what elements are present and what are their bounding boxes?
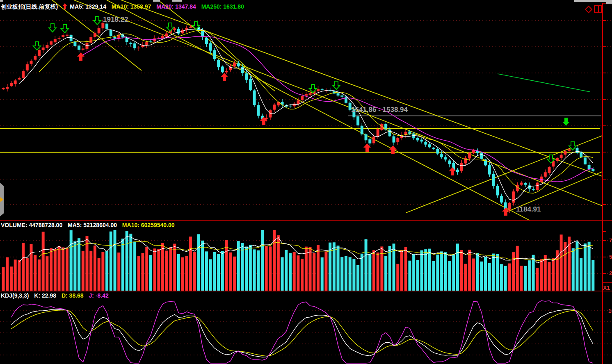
- toolbar-remnant: [0, 0, 3, 2]
- kdj-d-value: D: 38.68: [62, 292, 84, 299]
- toolbar-remnant: [172, 0, 182, 2]
- volume-value: VOLUME: 44788728.00: [1, 222, 62, 228]
- low-price-annotation: 1184.91: [516, 205, 541, 214]
- toolbar-remnant: [153, 0, 160, 2]
- volume-scale-label: X1: [603, 284, 610, 291]
- volume-axis-label-75m: 75000000: [609, 237, 612, 243]
- kdj-indicator-name: KDJ(9,3,3): [1, 292, 29, 299]
- volume-ma5-value: MA5: 52128604.00: [68, 222, 117, 228]
- volume-axis-label-25m: 25000000: [609, 270, 612, 276]
- peak-price-annotation: 1918.22: [103, 16, 128, 24]
- range-price-annotation: 1541.86 - 1538.94: [351, 106, 408, 114]
- kdj-pane-header: KDJ(9,3,3) K: 22.98 D: 38.68 J: -8.42: [1, 292, 112, 299]
- window-controls: [583, 2, 603, 14]
- toolbar-remnant: [606, 0, 612, 4]
- expand-arrow-icon: [0, 197, 3, 202]
- kdj-axis-label-100: 100: [608, 308, 612, 314]
- ma5-value: MA5: 1329.14: [70, 3, 106, 10]
- ma20-value: MA20: 1347.84: [156, 3, 196, 10]
- kdj-j-value: J: -8.42: [89, 292, 109, 299]
- volume-axis-label-50m: 50000000: [609, 254, 612, 260]
- diamond-icon[interactable]: [585, 6, 592, 13]
- main-pane-header: 创业板指(日线.前复权)MA5: 1329.14 MA10: 1358.97 M…: [1, 3, 248, 11]
- volume-ma10-value: MA10: 60259540.00: [122, 222, 175, 228]
- up-arrow-icon: [62, 3, 67, 9]
- symbol-title: 创业板指(日线.前复权): [1, 3, 58, 10]
- chart-canvas[interactable]: [0, 0, 612, 364]
- kdj-k-value: K: 22.98: [34, 292, 56, 299]
- ma250-value: MA250: 1631.80: [201, 3, 244, 10]
- chart-application: 创业板指(日线.前复权)MA5: 1329.14 MA10: 1358.97 M…: [0, 0, 612, 364]
- ma10-value: MA10: 1358.97: [112, 3, 151, 10]
- volume-pane-header: VOLUME: 44788728.00 MA5: 52128604.00 MA1…: [1, 222, 178, 228]
- window-restore-icon[interactable]: [594, 5, 601, 13]
- sidebar-flyout-handle[interactable]: [0, 183, 4, 216]
